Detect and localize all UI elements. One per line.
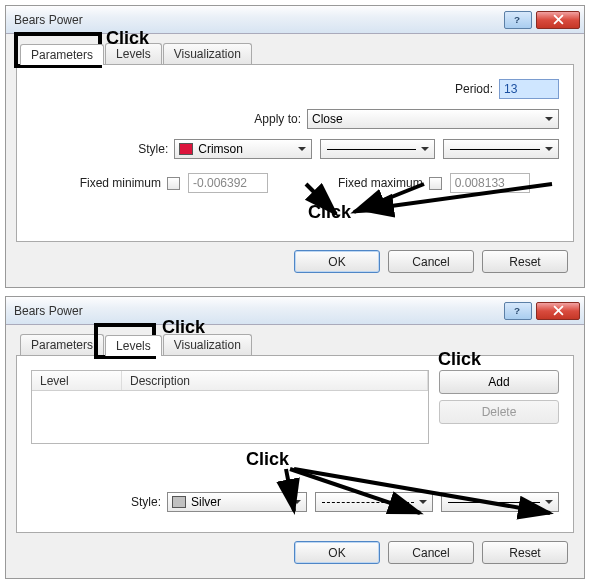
tab-panel-levels: Level Description Add Delete Style: Silv… bbox=[16, 355, 574, 533]
levels-list[interactable]: Level Description bbox=[31, 370, 429, 444]
line-style-combo[interactable] bbox=[320, 139, 436, 159]
chevron-down-icon bbox=[542, 142, 556, 156]
line-style-combo[interactable] bbox=[315, 492, 433, 512]
cancel-button[interactable]: Cancel bbox=[388, 541, 474, 564]
line-width-combo[interactable] bbox=[441, 492, 559, 512]
fixed-max-checkbox[interactable] bbox=[429, 177, 442, 190]
tab-visualization[interactable]: Visualization bbox=[163, 334, 252, 355]
tab-parameters[interactable]: Parameters bbox=[20, 44, 104, 65]
style-label: Style: bbox=[31, 142, 168, 156]
chevron-down-icon bbox=[295, 142, 309, 156]
chevron-down-icon bbox=[416, 495, 430, 509]
chevron-down-icon bbox=[542, 112, 556, 126]
chevron-down-icon bbox=[542, 495, 556, 509]
tab-levels[interactable]: Levels bbox=[105, 43, 162, 64]
list-header: Level Description bbox=[32, 371, 428, 391]
dialog-levels: Bears Power ? Parameters Levels Visualiz… bbox=[5, 296, 585, 579]
help-button[interactable]: ? bbox=[504, 11, 532, 29]
color-combo[interactable]: Crimson bbox=[174, 139, 311, 159]
ok-button[interactable]: OK bbox=[294, 541, 380, 564]
button-row: OK Cancel Reset bbox=[16, 242, 574, 273]
button-row: OK Cancel Reset bbox=[16, 533, 574, 564]
ok-button[interactable]: OK bbox=[294, 250, 380, 273]
fixed-min-checkbox[interactable] bbox=[167, 177, 180, 190]
add-button[interactable]: Add bbox=[439, 370, 559, 394]
tab-visualization[interactable]: Visualization bbox=[163, 43, 252, 64]
reset-button[interactable]: Reset bbox=[482, 250, 568, 273]
cancel-button[interactable]: Cancel bbox=[388, 250, 474, 273]
fixed-min-value[interactable]: -0.006392 bbox=[188, 173, 268, 193]
line-width-combo[interactable] bbox=[443, 139, 559, 159]
chevron-down-icon bbox=[418, 142, 432, 156]
chevron-down-icon bbox=[290, 495, 304, 509]
help-button[interactable]: ? bbox=[504, 302, 532, 320]
color-swatch bbox=[172, 496, 186, 508]
fixed-max-label: Fixed maximum bbox=[338, 176, 423, 190]
fixed-max-value[interactable]: 0.008133 bbox=[450, 173, 530, 193]
title-bar: Bears Power ? bbox=[6, 6, 584, 34]
svg-text:?: ? bbox=[514, 305, 520, 316]
apply-to-label: Apply to: bbox=[31, 112, 301, 126]
close-button[interactable] bbox=[536, 302, 580, 320]
color-name: Silver bbox=[191, 495, 221, 509]
reset-button[interactable]: Reset bbox=[482, 541, 568, 564]
close-button[interactable] bbox=[536, 11, 580, 29]
style-label: Style: bbox=[31, 495, 161, 509]
tab-levels[interactable]: Levels bbox=[105, 335, 162, 356]
apply-to-combo[interactable]: Close bbox=[307, 109, 559, 129]
color-swatch bbox=[179, 143, 193, 155]
window-title: Bears Power bbox=[14, 13, 504, 27]
tab-strip: Parameters Levels Visualization bbox=[20, 40, 574, 64]
title-bar: Bears Power ? bbox=[6, 297, 584, 325]
fixed-min-label: Fixed minimum bbox=[31, 176, 161, 190]
period-input[interactable] bbox=[499, 79, 559, 99]
apply-to-value: Close bbox=[312, 112, 343, 126]
window-title: Bears Power bbox=[14, 304, 504, 318]
col-level[interactable]: Level bbox=[32, 371, 122, 390]
color-combo[interactable]: Silver bbox=[167, 492, 307, 512]
period-label: Period: bbox=[455, 82, 493, 96]
svg-text:?: ? bbox=[514, 14, 520, 25]
col-description[interactable]: Description bbox=[122, 371, 428, 390]
tab-panel-parameters: Period: Apply to: Close Style: Crimson bbox=[16, 64, 574, 242]
dialog-parameters: Bears Power ? Parameters Levels Visualiz… bbox=[5, 5, 585, 288]
tab-strip: Parameters Levels Visualization bbox=[20, 331, 574, 355]
color-name: Crimson bbox=[198, 142, 243, 156]
delete-button[interactable]: Delete bbox=[439, 400, 559, 424]
tab-parameters[interactable]: Parameters bbox=[20, 334, 104, 355]
